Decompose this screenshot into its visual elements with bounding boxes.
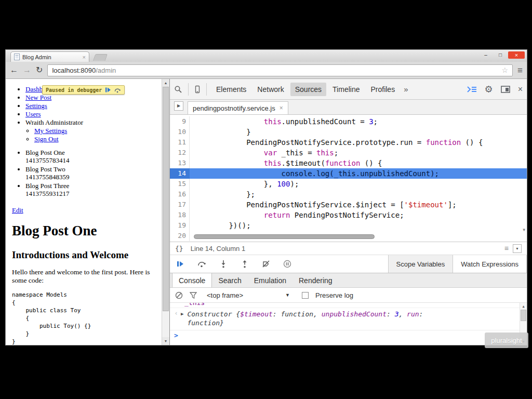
new-tab-button[interactable] xyxy=(93,54,108,61)
resume-script-icon[interactable] xyxy=(176,260,184,268)
code-editor[interactable]: 9 this.unpublishedCount = 3;10 }11 Pendi… xyxy=(170,115,527,242)
code-line[interactable]: 16 }; xyxy=(170,189,527,200)
sidebar-toggle-icon[interactable]: ▼ xyxy=(513,244,522,253)
forward-icon[interactable]: → xyxy=(23,66,31,74)
line-number[interactable]: 11 xyxy=(170,137,190,148)
devtools-close-icon[interactable]: × xyxy=(518,85,523,94)
code-line[interactable]: 13 this.$timeout(function () { xyxy=(170,158,527,168)
drawer-tab-console[interactable]: Console xyxy=(172,273,212,287)
bookmark-star-icon[interactable]: ☆ xyxy=(502,66,509,74)
post-list-item: Blog Post One1413755783414 xyxy=(25,149,159,164)
code-line[interactable]: 18 return PendingPostNotifyService; xyxy=(170,210,527,220)
frame-selector[interactable]: <top frame> ▼ xyxy=(207,291,290,299)
expand-triangle-icon[interactable]: ▶ xyxy=(181,311,183,316)
chrome-menu-icon[interactable]: ≡ xyxy=(517,66,523,75)
devtools-tab-elements[interactable]: Elements xyxy=(211,83,251,96)
scroll-up-icon[interactable]: ▲ xyxy=(162,79,169,87)
resume-overlay-icon[interactable] xyxy=(105,87,111,93)
refresh-icon[interactable]: ↻ xyxy=(36,66,43,74)
devtools-toolbar: ElementsNetworkSourcesTimelineProfiles »… xyxy=(170,79,527,100)
nav-link-settings[interactable]: Settings xyxy=(25,102,47,110)
drawer-tab-search[interactable]: Search xyxy=(212,273,247,287)
post-subheading: Introductions and Welcome xyxy=(12,249,159,261)
line-number[interactable]: 16 xyxy=(170,189,190,200)
filter-icon[interactable] xyxy=(190,292,197,299)
drawer-tab-rendering[interactable]: Rendering xyxy=(292,273,339,287)
back-icon[interactable]: ← xyxy=(10,66,18,74)
line-number[interactable]: 12 xyxy=(170,148,190,158)
step-over-icon[interactable] xyxy=(197,260,206,268)
devtools-tab-sources[interactable]: Sources xyxy=(290,83,326,96)
show-drawer-icon[interactable] xyxy=(467,86,477,93)
minimize-button[interactable]: – xyxy=(479,51,493,59)
code-line[interactable]: 9 this.unpublishedCount = 3; xyxy=(170,116,527,127)
line-number[interactable]: 13 xyxy=(170,158,190,168)
line-number[interactable]: 10 xyxy=(170,127,190,137)
nav-link-new-post[interactable]: New Post xyxy=(25,94,51,101)
code-line[interactable]: 10 } xyxy=(170,127,527,137)
page-scrollbar[interactable]: ▲ ▼ xyxy=(162,79,169,345)
line-number[interactable]: 19 xyxy=(170,220,190,231)
console-object-preview[interactable]: Constructor {$timeout: function, unpubli… xyxy=(187,310,449,327)
window-titlebar[interactable]: Blog Admin × – □ × xyxy=(6,50,527,62)
scroll-down-icon[interactable]: ▼ xyxy=(523,228,525,232)
pause-on-exceptions-icon[interactable] xyxy=(283,260,291,268)
user-link-my-settings[interactable]: My Settings xyxy=(34,127,67,135)
maximize-button[interactable]: □ xyxy=(494,51,507,59)
close-window-button[interactable]: × xyxy=(508,51,525,59)
clear-console-icon[interactable] xyxy=(175,291,183,299)
user-link-sign-out[interactable]: Sign Out xyxy=(34,135,59,143)
nav-link-users[interactable]: Users xyxy=(25,110,41,118)
editor-horizontal-scrollbar[interactable] xyxy=(194,234,516,239)
devtools-tab-profiles[interactable]: Profiles xyxy=(366,83,400,96)
step-into-icon[interactable] xyxy=(219,260,228,268)
code-line[interactable]: 19 })(); xyxy=(170,220,527,231)
code-line[interactable]: 14 console.log(_this.unpublishedCount); xyxy=(170,168,527,179)
line-number[interactable]: 14 xyxy=(170,168,190,179)
line-number[interactable]: 9 xyxy=(170,116,190,127)
device-mode-icon[interactable] xyxy=(193,85,202,94)
code-line[interactable]: 17 PendingPostNotifyService.$inject = ['… xyxy=(170,200,527,210)
drawer-tabbar: ConsoleSearchEmulationRendering xyxy=(170,273,527,288)
scroll-up-icon[interactable]: ▲ xyxy=(520,303,527,310)
post-code-block: namespace Models { public class Toy { pu… xyxy=(12,291,159,345)
scrollbar-thumb[interactable] xyxy=(194,234,375,239)
code-line[interactable]: 12 var _this = this; xyxy=(170,148,527,158)
sidebar-section-scope-variables[interactable]: Scope Variables xyxy=(389,255,454,273)
code-text: console.log(_this.unpublishedCount); xyxy=(190,168,527,179)
preserve-log-checkbox[interactable] xyxy=(302,292,309,299)
devtools-tab-timeline[interactable]: Timeline xyxy=(328,83,364,96)
source-menu-icon[interactable]: ≡ xyxy=(504,244,509,252)
drawer-tab-emulation[interactable]: Emulation xyxy=(248,273,292,287)
dock-side-icon[interactable] xyxy=(501,86,510,93)
edit-link[interactable]: Edit xyxy=(12,206,23,215)
step-out-icon[interactable] xyxy=(241,260,249,268)
console-prompt[interactable]: > xyxy=(170,330,527,340)
settings-gear-icon[interactable]: ⚙ xyxy=(485,85,493,94)
browser-tab[interactable]: Blog Admin × xyxy=(10,51,89,62)
sidebar-section-watch-expressions[interactable]: Watch Expressions xyxy=(453,255,527,273)
browser-window: Blog Admin × – □ × ← → ↻ localhost:8090/… xyxy=(5,49,527,345)
show-navigator-icon[interactable]: ▶ xyxy=(174,101,183,111)
line-number[interactable]: 17 xyxy=(170,200,190,210)
inspect-search-icon[interactable] xyxy=(174,85,182,94)
scrollbar-thumb[interactable] xyxy=(521,310,526,321)
file-tab[interactable]: pendingpostnotify.service.js × xyxy=(188,101,288,114)
devtools-tab-network[interactable]: Network xyxy=(252,83,288,96)
line-number[interactable]: 20 xyxy=(170,231,190,241)
console-output[interactable]: _this ‹ ▶ Constructor {$timeout: functio… xyxy=(170,303,527,345)
address-bar[interactable]: localhost:8090/admin ☆ xyxy=(47,64,513,76)
file-tab-close-icon[interactable]: × xyxy=(280,104,283,112)
pretty-print-icon[interactable]: {} xyxy=(175,245,183,252)
scroll-down-icon[interactable]: ▼ xyxy=(162,337,169,345)
line-number[interactable]: 15 xyxy=(170,179,190,189)
step-over-overlay-icon[interactable] xyxy=(114,87,121,93)
code-line[interactable]: 15 }, 100); xyxy=(170,179,527,189)
tab-overflow-icon[interactable]: » xyxy=(404,85,408,94)
tab-close-icon[interactable]: × xyxy=(83,54,86,60)
line-number[interactable]: 18 xyxy=(170,210,190,220)
code-line[interactable]: 11 PendingPostNotifyService.prototype.ru… xyxy=(170,137,527,148)
deactivate-breakpoints-icon[interactable] xyxy=(262,260,270,268)
console-history-line[interactable]: _this xyxy=(170,303,527,308)
scrollbar-thumb[interactable] xyxy=(163,87,169,311)
